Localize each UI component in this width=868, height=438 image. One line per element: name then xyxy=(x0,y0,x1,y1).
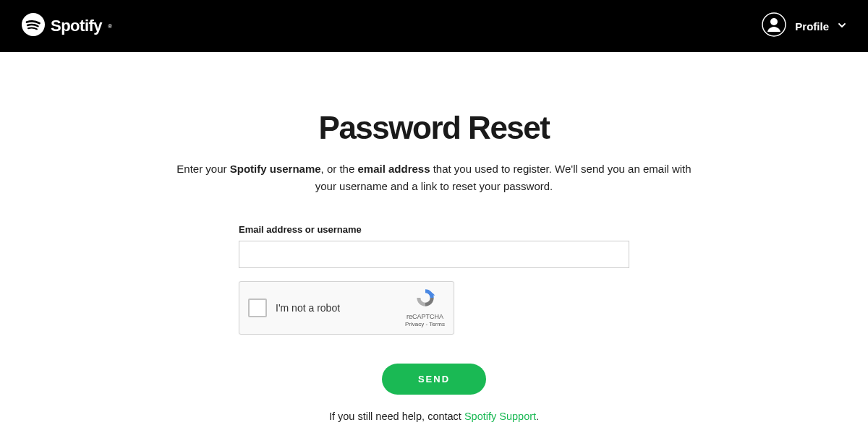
help-text: If you still need help, contact Spotify … xyxy=(0,411,868,422)
brand-logo[interactable]: Spotify® xyxy=(22,13,112,39)
support-link[interactable]: Spotify Support xyxy=(464,411,536,422)
chevron-down-icon xyxy=(838,20,846,33)
email-username-label: Email address or username xyxy=(239,224,629,235)
profile-menu[interactable]: Profile xyxy=(762,12,846,40)
spotify-icon xyxy=(22,13,45,39)
recaptcha-branding: reCAPTCHA Privacy - Terms xyxy=(405,287,445,329)
recaptcha-widget: I'm not a robot reCAPTCHA Privacy - Term… xyxy=(239,281,454,335)
brand-name: Spotify xyxy=(51,17,102,35)
email-username-input[interactable] xyxy=(239,241,629,268)
svg-point-2 xyxy=(770,18,778,25)
recaptcha-checkbox[interactable] xyxy=(248,299,267,317)
header: Spotify® Profile xyxy=(0,0,868,52)
profile-avatar-icon xyxy=(762,12,786,40)
recaptcha-name: reCAPTCHA xyxy=(407,313,443,322)
recaptcha-terms-link[interactable]: Terms xyxy=(429,321,445,327)
recaptcha-label: I'm not a robot xyxy=(276,302,405,314)
main-content: Password Reset Enter your Spotify userna… xyxy=(0,52,868,422)
send-button[interactable]: SEND xyxy=(382,364,486,395)
recaptcha-icon xyxy=(414,287,436,312)
recaptcha-privacy-link[interactable]: Privacy xyxy=(405,321,424,327)
page-title: Password Reset xyxy=(0,110,868,146)
trademark: ® xyxy=(108,23,112,30)
reset-form: Email address or username I'm not a robo… xyxy=(239,224,629,335)
profile-label: Profile xyxy=(795,20,829,33)
page-description: Enter your Spotify username, or the emai… xyxy=(174,160,694,195)
